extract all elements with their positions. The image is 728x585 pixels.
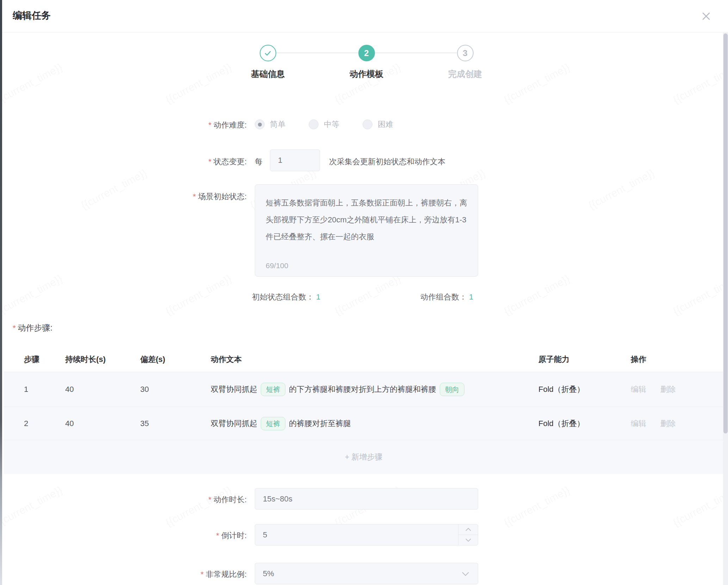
cell-action-text: 双臂协同抓起短裤的下方裤腿和裤腰对折到上方的裤腿和裤腰朝向 bbox=[211, 382, 538, 396]
radio-label: 简单 bbox=[270, 119, 285, 130]
stepper-connector bbox=[375, 53, 457, 53]
edit-link[interactable]: 编辑 bbox=[631, 419, 646, 428]
chevron-down-icon bbox=[462, 569, 469, 578]
initial-state-text: 短裤五条数据背面朝上，五条数据正面朝上，裤腰朝右，离头部视野下方至少20cm之外… bbox=[266, 195, 467, 245]
table-header-cell: 原子能力 bbox=[538, 354, 631, 365]
step-1-circle[interactable] bbox=[260, 45, 276, 61]
difficulty-radio-group: 简单中等困难 bbox=[255, 116, 393, 133]
state-change-label: *状态变更: bbox=[92, 156, 247, 167]
required-asterisk: * bbox=[193, 192, 196, 201]
radio-label: 困难 bbox=[378, 119, 393, 130]
add-step-button[interactable]: + 新增步骤 bbox=[4, 440, 724, 474]
table-header-cell: 动作文本 bbox=[211, 354, 538, 365]
edit-task-dialog: {{current_time}}{{current_time}}{{curren… bbox=[0, 0, 728, 585]
add-step-label: + 新增步骤 bbox=[345, 452, 383, 462]
table-header-row: 步骤持续时长(s)偏差(s)动作文本原子能力操作 bbox=[4, 347, 724, 372]
scrollbar-thumb[interactable] bbox=[723, 33, 728, 433]
dialog-title: 编辑任务 bbox=[13, 9, 51, 22]
table-header-cell: 操作 bbox=[631, 354, 724, 365]
radio-selected-icon bbox=[255, 119, 265, 129]
step-3-circle[interactable]: 3 bbox=[457, 45, 474, 61]
initial-state-label: *场景初始状态: bbox=[92, 191, 247, 202]
stepper-connector bbox=[276, 53, 358, 53]
cell-step: 2 bbox=[24, 419, 65, 428]
table-header-cell: 步骤 bbox=[24, 354, 65, 365]
table-row: 14030双臂协同抓起短裤的下方裤腿和裤腰对折到上方的裤腿和裤腰朝向Fold（折… bbox=[4, 372, 724, 407]
cell-deviation: 30 bbox=[140, 385, 211, 394]
char-counter: 69/100 bbox=[266, 261, 288, 270]
required-asterisk: * bbox=[13, 324, 16, 332]
state-change-suffix: 次采集会更新初始状态和动作文本 bbox=[329, 156, 445, 167]
initial-state-textarea[interactable]: 短裤五条数据背面朝上，五条数据正面朝上，裤腰朝右，离头部视野下方至少20cm之外… bbox=[255, 184, 478, 277]
dialog-header: 编辑任务 bbox=[0, 0, 728, 32]
steps-table: 步骤持续时长(s)偏差(s)动作文本原子能力操作 14030双臂协同抓起短裤的下… bbox=[4, 347, 724, 474]
close-icon[interactable] bbox=[699, 9, 713, 23]
object-tag: 朝向 bbox=[440, 383, 464, 396]
countdown-input[interactable]: 5 bbox=[255, 524, 478, 546]
delete-link[interactable]: 删除 bbox=[660, 419, 676, 428]
difficulty-label: *动作难度: bbox=[92, 120, 247, 130]
scrollbar-track[interactable] bbox=[723, 33, 728, 585]
unusual-ratio-value: 5% bbox=[263, 569, 274, 578]
edit-link[interactable]: 编辑 bbox=[631, 385, 646, 394]
radio-option-困难[interactable]: 困难 bbox=[363, 119, 393, 130]
action-duration-input[interactable]: 15s~80s bbox=[255, 488, 478, 510]
radio-label: 中等 bbox=[324, 119, 339, 130]
cell-ability: Fold（折叠） bbox=[538, 418, 631, 429]
action-combo-count: 动作组合数：1 bbox=[420, 292, 473, 302]
step-1-label: 基础信息 bbox=[226, 68, 310, 80]
required-asterisk: * bbox=[208, 121, 211, 129]
cell-ability: Fold（折叠） bbox=[538, 384, 631, 395]
object-tag: 短裤 bbox=[261, 417, 285, 430]
countdown-label: *倒计时: bbox=[92, 530, 247, 541]
state-change-prefix: 每 bbox=[255, 156, 263, 167]
action-duration-label: *动作时长: bbox=[92, 494, 247, 505]
required-asterisk: * bbox=[200, 570, 204, 579]
cell-action-text: 双臂协同抓起短裤的裤腰对折至裤腿 bbox=[211, 417, 538, 431]
action-steps-label: *动作步骤: bbox=[13, 322, 53, 333]
countdown-value: 5 bbox=[263, 530, 267, 540]
cell-operations: 编辑删除 bbox=[631, 418, 724, 429]
table-body: 14030双臂协同抓起短裤的下方裤腿和裤腰对折到上方的裤腿和裤腰朝向Fold（折… bbox=[4, 372, 724, 440]
cell-deviation: 35 bbox=[140, 419, 211, 428]
check-icon bbox=[263, 49, 272, 58]
initial-combo-count: 初始状态组合数：1 bbox=[252, 292, 320, 302]
cell-step: 1 bbox=[24, 385, 65, 394]
state-change-value: 1 bbox=[278, 156, 282, 165]
state-change-input[interactable]: 1 bbox=[270, 149, 320, 171]
radio-option-中等[interactable]: 中等 bbox=[309, 119, 339, 130]
step-3-label: 完成创建 bbox=[423, 68, 507, 80]
table-header-cell: 持续时长(s) bbox=[65, 354, 140, 365]
radio-dot bbox=[258, 123, 262, 127]
radio-icon bbox=[309, 119, 319, 129]
spinner-down-icon[interactable] bbox=[458, 535, 478, 545]
action-duration-value: 15s~80s bbox=[263, 494, 292, 504]
required-asterisk: * bbox=[216, 531, 219, 540]
number-spinner bbox=[458, 524, 478, 545]
cell-duration: 40 bbox=[65, 385, 140, 394]
required-asterisk: * bbox=[208, 157, 211, 166]
unusual-ratio-select[interactable]: 5% bbox=[255, 563, 478, 584]
cell-operations: 编辑删除 bbox=[631, 384, 724, 395]
page-edge-sliver bbox=[0, 0, 2, 585]
table-header-cell: 偏差(s) bbox=[140, 354, 211, 365]
spinner-up-icon[interactable] bbox=[458, 524, 478, 535]
cell-duration: 40 bbox=[65, 419, 140, 428]
required-asterisk: * bbox=[208, 495, 211, 504]
table-row: 24035双臂协同抓起短裤的裤腰对折至裤腿Fold（折叠）编辑删除 bbox=[4, 407, 724, 440]
unusual-ratio-label: *非常规比例: bbox=[92, 569, 247, 580]
step-2-circle[interactable]: 2 bbox=[358, 45, 375, 61]
radio-option-简单[interactable]: 简单 bbox=[255, 119, 285, 130]
radio-icon bbox=[363, 119, 372, 129]
delete-link[interactable]: 删除 bbox=[660, 385, 676, 394]
object-tag: 短裤 bbox=[261, 383, 285, 396]
step-2-label: 动作模板 bbox=[324, 68, 409, 80]
